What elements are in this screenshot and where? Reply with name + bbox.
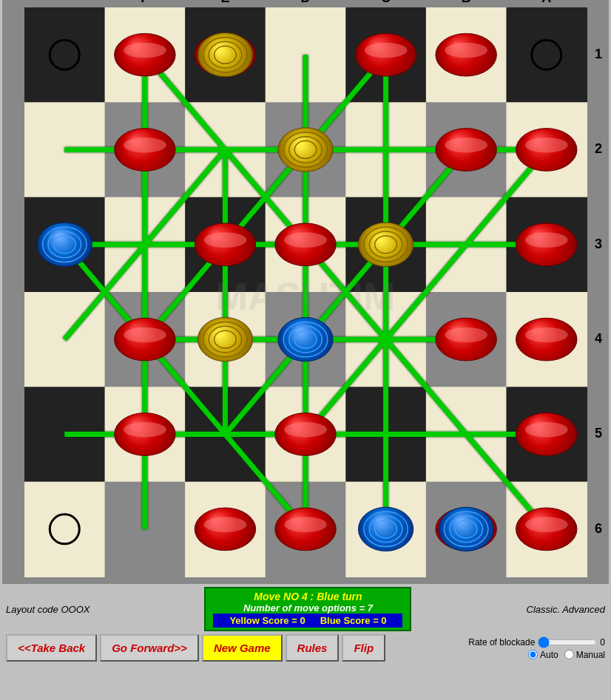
auto-radio-label[interactable]: Auto xyxy=(528,650,558,660)
go-forward-button[interactable]: Go Forward>> xyxy=(100,634,199,662)
rate-blockade-row: Rate of blockade 0 xyxy=(468,636,605,648)
bottom-panel: Layout code OOOX Move NO 4 : Blue turn N… xyxy=(0,584,611,700)
move-info-box: Move NO 4 : Blue turn Number of move opt… xyxy=(204,587,411,631)
blue-score: Blue Score = 0 xyxy=(320,615,387,626)
rate-blockade-slider[interactable] xyxy=(538,636,597,648)
rate-blockade-value: 0 xyxy=(600,637,605,648)
new-game-button[interactable]: New Game xyxy=(202,634,283,662)
score-row: Yellow Score = 0 Blue Score = 0 xyxy=(213,614,402,628)
auto-radio[interactable] xyxy=(528,650,538,659)
rate-blockade-label: Rate of blockade xyxy=(468,637,535,648)
status-row: Layout code OOOX Move NO 4 : Blue turn N… xyxy=(6,587,605,631)
manual-radio[interactable] xyxy=(564,650,574,659)
game-container: Layout code OOOX Move NO 4 : Blue turn N… xyxy=(0,0,611,700)
layout-code: Layout code OOOX xyxy=(6,604,90,615)
auto-manual-row: Auto Manual xyxy=(528,650,605,660)
game-mode: Classic. Advanced xyxy=(527,604,605,615)
buttons-row: <<Take Back Go Forward>> New Game Rules … xyxy=(6,634,605,662)
move-options: Number of move options = 7 xyxy=(213,602,402,614)
manual-radio-label[interactable]: Manual xyxy=(564,650,605,660)
board-area xyxy=(2,0,609,584)
auto-label: Auto xyxy=(540,650,558,660)
flip-button[interactable]: Flip xyxy=(342,634,385,662)
board-canvas[interactable] xyxy=(2,0,609,584)
take-back-button[interactable]: <<Take Back xyxy=(6,634,97,662)
move-no: Move NO 4 : Blue turn xyxy=(213,591,402,602)
yellow-score: Yellow Score = 0 xyxy=(229,615,305,626)
right-controls: Rate of blockade 0 Auto Manual xyxy=(468,636,605,660)
manual-label: Manual xyxy=(576,650,605,660)
rules-button[interactable]: Rules xyxy=(286,634,340,662)
